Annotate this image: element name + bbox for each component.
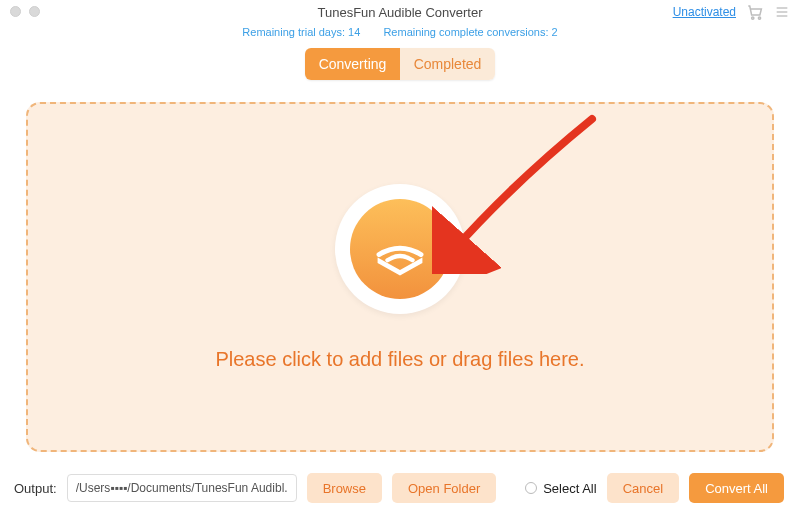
app-window: TunesFun Audible Converter Unactivated R…: [0, 0, 800, 516]
output-path-field[interactable]: [67, 474, 297, 502]
titlebar: TunesFun Audible Converter Unactivated: [0, 0, 800, 24]
main-area: Please click to add files or drag files …: [0, 80, 800, 460]
tab-group: Converting Completed: [305, 48, 495, 80]
trial-days: Remaining trial days: 14: [242, 26, 360, 38]
activation-link[interactable]: Unactivated: [673, 5, 736, 19]
radio-icon: [525, 482, 537, 494]
titlebar-right: Unactivated: [673, 3, 790, 21]
cart-icon[interactable]: [746, 3, 764, 21]
open-folder-button[interactable]: Open Folder: [392, 473, 496, 503]
trial-info: Remaining trial days: 14 Remaining compl…: [0, 26, 800, 38]
browse-button[interactable]: Browse: [307, 473, 382, 503]
audible-logo: [335, 184, 465, 314]
remaining-conversions: Remaining complete conversions: 2: [383, 26, 557, 38]
dropzone-prompt: Please click to add files or drag files …: [215, 348, 584, 371]
audible-icon: [365, 214, 435, 284]
tab-bar: Converting Completed: [0, 48, 800, 80]
footer-bar: Output: Browse Open Folder Select All Ca…: [0, 460, 800, 516]
select-all-toggle[interactable]: Select All: [525, 481, 596, 496]
close-icon[interactable]: [10, 6, 21, 17]
window-controls: [10, 6, 40, 17]
cancel-button[interactable]: Cancel: [607, 473, 679, 503]
svg-point-0: [752, 17, 754, 19]
convert-all-button[interactable]: Convert All: [689, 473, 784, 503]
dropzone[interactable]: Please click to add files or drag files …: [26, 102, 774, 452]
menu-icon[interactable]: [774, 4, 790, 20]
svg-point-1: [758, 17, 760, 19]
tab-completed[interactable]: Completed: [400, 48, 495, 80]
select-all-label: Select All: [543, 481, 596, 496]
output-label: Output:: [14, 481, 57, 496]
tab-converting[interactable]: Converting: [305, 48, 400, 80]
minimize-icon[interactable]: [29, 6, 40, 17]
audible-logo-inner: [350, 199, 450, 299]
